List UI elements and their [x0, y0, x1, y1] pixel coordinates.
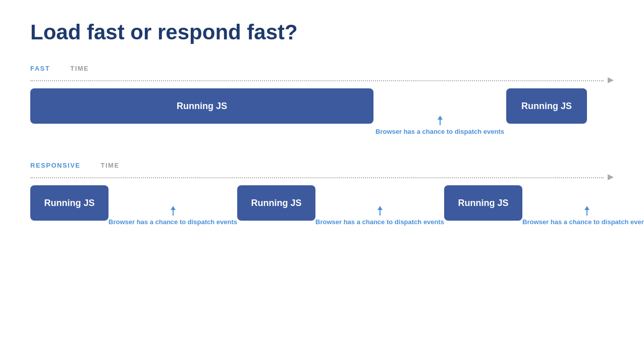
resp-block-2-label: Running JS — [251, 198, 302, 209]
resp-js-block-3: Running JS — [444, 185, 522, 221]
resp-annotation-1: Browser has a chance to dispatch events — [109, 218, 237, 227]
resp-block-3-label: Running JS — [458, 198, 509, 209]
resp-gap-annotation-2: Browser has a chance to dispatch events — [315, 185, 444, 227]
fast-time-label: TIME — [70, 65, 89, 72]
fast-timeline-arrow — [30, 77, 614, 83]
responsive-label: RESPONSIVE — [30, 162, 81, 169]
responsive-timeline-arrow — [30, 174, 614, 180]
resp-arrow-2 — [380, 206, 381, 216]
fast-gap-annotation: Browser has a chance to dispatch events — [375, 88, 504, 136]
resp-block-1-label: Running JS — [44, 198, 95, 209]
resp-js-block-2: Running JS — [237, 185, 315, 221]
responsive-blocks-container: Running JS Browser has a chance to dispa… — [30, 185, 614, 227]
fast-section: FAST TIME Running JS Browser has a chanc… — [30, 65, 614, 136]
resp-js-block-1: Running JS — [30, 185, 109, 221]
fast-block1-label: Running JS — [177, 101, 227, 112]
fast-annotation-arrow — [440, 116, 441, 125]
fast-section-header: FAST TIME — [30, 65, 614, 74]
fast-blocks-wrapper: Running JS Browser has a chance to dispa… — [30, 88, 614, 136]
fast-dotted-line — [30, 80, 604, 81]
resp-gap-annotation-3: Browser has a chance to dispatch events — [522, 185, 644, 227]
responsive-dotted-line — [30, 177, 604, 178]
fast-second-js-block: Running JS — [506, 88, 587, 124]
resp-gap-annotation-1: Browser has a chance to dispatch events — [109, 185, 237, 227]
responsive-arrow-head — [608, 174, 614, 180]
page-title: Load fast or respond fast? — [30, 20, 614, 44]
responsive-section: RESPONSIVE TIME Running JS Browser has a… — [30, 162, 614, 227]
fast-main-js-block: Running JS — [30, 88, 373, 124]
responsive-time-label: TIME — [101, 162, 120, 169]
fast-label: FAST — [30, 65, 50, 72]
responsive-section-header: RESPONSIVE TIME — [30, 162, 614, 171]
resp-arrow-1 — [173, 206, 174, 216]
resp-annotation-3: Browser has a chance to dispatch events — [522, 218, 644, 227]
fast-block2-label: Running JS — [521, 101, 572, 112]
resp-arrow-3 — [586, 206, 587, 216]
resp-annotation-2: Browser has a chance to dispatch events — [315, 218, 444, 227]
fast-arrow-head — [608, 77, 614, 83]
fast-annotation-text: Browser has a chance to dispatch events — [375, 127, 504, 136]
